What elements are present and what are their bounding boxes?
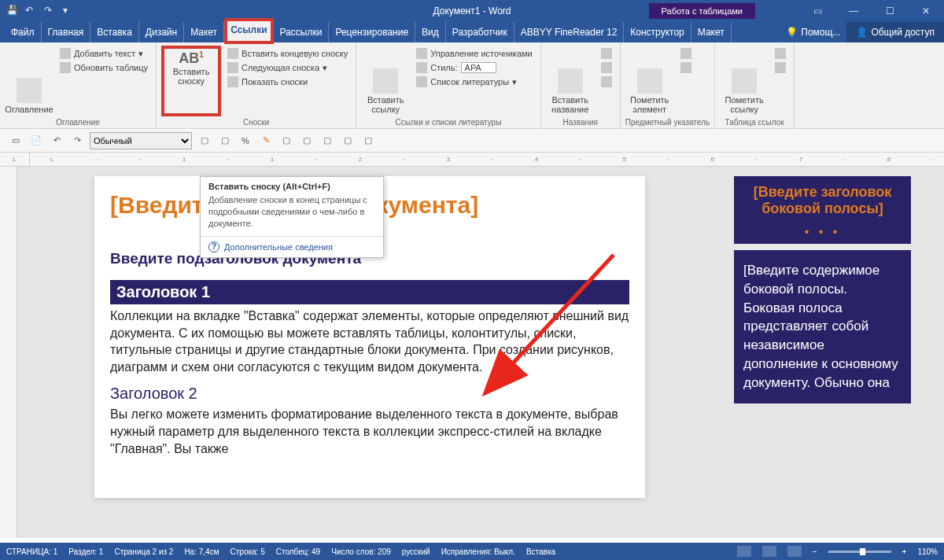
tooltip-body: Добавление сноски в конец страницы с под… bbox=[201, 193, 383, 236]
show-notes-button[interactable]: Показать сноски bbox=[224, 76, 351, 88]
zoom-out-button[interactable]: − bbox=[813, 547, 817, 556]
index-icon bbox=[637, 68, 662, 94]
group-label: Названия bbox=[546, 116, 615, 127]
tooltip-more-link[interactable]: ?Дополнительные сведения bbox=[201, 236, 383, 257]
zoom-level[interactable]: 110% bbox=[917, 547, 938, 556]
bulb-icon: 💡 bbox=[786, 27, 798, 38]
sidebar-title[interactable]: [Введите заголовок боковой полосы] bbox=[734, 176, 911, 225]
undo-icon[interactable]: ↶ bbox=[49, 133, 65, 149]
tab-mailings[interactable]: Рассылки bbox=[274, 22, 330, 42]
add-text-icon bbox=[60, 48, 71, 59]
tab-review[interactable]: Рецензирование bbox=[329, 22, 415, 42]
paragraph[interactable]: Коллекции на вкладке "Вставка" содержат … bbox=[110, 308, 629, 375]
horizontal-ruler[interactable]: L··1·1·2·3·4·5·6·7·8·9·10·11·12·13·14·15… bbox=[30, 153, 944, 167]
group-authorities: Пометить ссылку Таблица ссылок bbox=[715, 42, 795, 128]
status-column[interactable]: Столбец: 49 bbox=[276, 547, 320, 556]
status-position[interactable]: На: 7,4см bbox=[184, 547, 219, 556]
ribbon-tabs: Файл Главная Вставка Дизайн Макет Ссылки… bbox=[0, 22, 944, 42]
status-pages[interactable]: Страница 2 из 2 bbox=[114, 547, 173, 556]
tab-file[interactable]: Файл bbox=[5, 22, 42, 42]
style-icon bbox=[416, 62, 427, 73]
manage-sources-button[interactable]: Управление источниками bbox=[413, 47, 535, 60]
tab-developer[interactable]: Разработчик bbox=[446, 22, 514, 42]
group-label: Предметный указатель bbox=[625, 116, 710, 127]
tab-references[interactable]: Ссылки bbox=[224, 18, 273, 44]
mark-entry-button[interactable]: Пометить элемент bbox=[625, 46, 674, 116]
paragraph[interactable]: Вы легко можете изменить форматирование … bbox=[110, 406, 629, 457]
group-footnotes: AB1 Вставить сноску Вставить концевую сн… bbox=[157, 42, 356, 128]
next-footnote-button[interactable]: Следующая сноска ▾ bbox=[224, 61, 351, 74]
qa-icon[interactable]: ▭ bbox=[8, 133, 24, 149]
sources-icon bbox=[416, 48, 427, 59]
footnote-icon: AB1 bbox=[179, 50, 204, 67]
status-mode[interactable]: Вставка bbox=[526, 547, 555, 556]
status-bar: СТРАНИЦА: 1 Раздел: 1 Страница 2 из 2 На… bbox=[0, 543, 944, 560]
citation-icon bbox=[373, 68, 398, 94]
view-web-icon[interactable] bbox=[787, 546, 802, 557]
ribbon: Оглавление Добавить текст ▾ Обновить таб… bbox=[0, 42, 944, 129]
tab-home[interactable]: Главная bbox=[42, 22, 91, 42]
tab-design[interactable]: Дизайн bbox=[139, 22, 184, 42]
group-toc: Оглавление Добавить текст ▾ Обновить таб… bbox=[0, 42, 157, 128]
mark-citation-button[interactable]: Пометить ссылку bbox=[720, 46, 769, 116]
status-section[interactable]: Раздел: 1 bbox=[68, 547, 103, 556]
redo-icon[interactable]: ↷ bbox=[69, 133, 85, 149]
status-line[interactable]: Строка: 5 bbox=[230, 547, 265, 556]
qa-icon[interactable]: 📄 bbox=[28, 133, 44, 149]
toc-icon bbox=[17, 78, 42, 103]
ruler-corner: L bbox=[0, 153, 30, 167]
tab-view[interactable]: Вид bbox=[415, 22, 446, 42]
window-title: Документ1 - Word bbox=[433, 6, 511, 17]
tab-abbyy[interactable]: ABBYY FineReader 12 bbox=[514, 22, 625, 42]
style-dropdown[interactable]: Обычный bbox=[90, 132, 192, 149]
heading-1[interactable]: Заголовок 1 bbox=[110, 280, 629, 304]
view-print-icon[interactable] bbox=[762, 546, 776, 557]
close-icon[interactable]: ✕ bbox=[908, 0, 944, 22]
endnote-icon bbox=[227, 48, 238, 59]
add-text-button[interactable]: Добавить текст ▾ bbox=[57, 47, 151, 60]
insert-endnote-button[interactable]: Вставить концевую сноску bbox=[224, 47, 351, 60]
insert-footnote-button[interactable]: AB1 Вставить сноску bbox=[166, 50, 216, 87]
tab-constructor[interactable]: Конструктор bbox=[624, 22, 691, 42]
tab-layout2[interactable]: Макет bbox=[691, 22, 732, 42]
group-label: Сноски bbox=[161, 116, 351, 127]
update-table-button[interactable]: Обновить таблицу bbox=[57, 61, 151, 74]
sidebar-body[interactable]: [Введите содержимое боковой полосы. Боко… bbox=[734, 250, 911, 403]
status-track[interactable]: Исправления: Выкл. bbox=[441, 547, 515, 556]
group-label: Оглавление bbox=[5, 116, 151, 127]
redo-icon[interactable]: ↷ bbox=[44, 5, 57, 17]
zoom-in-button[interactable]: + bbox=[902, 547, 907, 556]
undo-icon[interactable]: ↶ bbox=[25, 5, 38, 17]
view-read-icon[interactable] bbox=[737, 546, 751, 557]
maximize-icon[interactable]: ☐ bbox=[872, 0, 908, 22]
status-words[interactable]: Число слов: 209 bbox=[331, 547, 391, 556]
tell-me[interactable]: 💡Помощ... bbox=[780, 27, 846, 38]
vertical-ruler[interactable] bbox=[0, 167, 17, 538]
bibliography-button[interactable]: Список литературы ▾ bbox=[413, 76, 535, 88]
status-language[interactable]: русский bbox=[402, 547, 430, 556]
share-button[interactable]: 👤Общий доступ bbox=[846, 22, 944, 42]
zoom-slider[interactable] bbox=[828, 551, 891, 553]
ribbon-options-icon[interactable]: ▭ bbox=[799, 0, 835, 22]
tooltip-title: Вставить сноску (Alt+Ctrl+F) bbox=[201, 177, 383, 193]
style-select[interactable]: Стиль: APA bbox=[413, 61, 535, 74]
toc-button[interactable]: Оглавление bbox=[5, 46, 53, 116]
tab-layout[interactable]: Макет bbox=[184, 22, 224, 42]
minimize-icon[interactable]: — bbox=[835, 0, 872, 22]
next-note-icon bbox=[227, 62, 238, 73]
sidebar-textbox[interactable]: [Введите заголовок боковой полосы] • • •… bbox=[734, 176, 911, 403]
document-area: L L··1·1·2·3·4·5·6·7·8·9·10·11·12·13·14·… bbox=[0, 153, 944, 538]
heading-2[interactable]: Заголовок 2 bbox=[110, 385, 629, 403]
group-index: Пометить элемент Предметный указатель bbox=[621, 42, 715, 128]
help-icon: ? bbox=[208, 241, 219, 252]
qat-more-icon[interactable]: ▾ bbox=[63, 5, 76, 17]
refresh-icon bbox=[60, 62, 71, 73]
tab-insert[interactable]: Вставка bbox=[90, 22, 139, 42]
insert-citation-button[interactable]: Вставить ссылку bbox=[361, 46, 410, 116]
contextual-tab-tables[interactable]: Работа с таблицами bbox=[649, 3, 755, 19]
save-icon[interactable]: 💾 bbox=[6, 5, 19, 17]
status-page[interactable]: СТРАНИЦА: 1 bbox=[6, 547, 57, 556]
insert-caption-button[interactable]: Вставить название bbox=[546, 46, 595, 116]
footnote-tooltip: Вставить сноску (Alt+Ctrl+F) Добавление … bbox=[200, 176, 384, 258]
group-citations: Вставить ссылку Управление источниками С… bbox=[356, 42, 540, 128]
